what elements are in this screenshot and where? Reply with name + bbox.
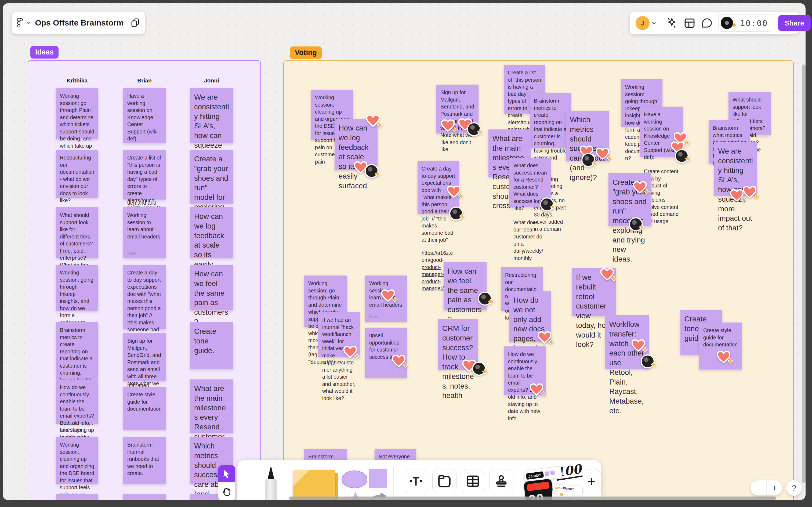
sticky-note[interactable]: How do we continuously enable the team t… <box>56 380 98 424</box>
sticky-note[interactable]: Not everyone reads <box>374 449 416 460</box>
sticky-note[interactable]: Create tone guide. <box>190 322 233 369</box>
sticky-note[interactable]: Working session to learn about email hea… <box>123 207 166 258</box>
sticky-note[interactable]: Workflow transfer: watch each other use … <box>605 315 649 369</box>
sticky-note[interactable]: CRM for customer success? How to track m… <box>438 319 478 370</box>
sticky-note[interactable]: Sign up for Mailgun, SendGrid, and Postm… <box>437 84 478 133</box>
ai-sparkle-icon[interactable] <box>665 17 678 29</box>
section-label-ideas[interactable]: Ideas <box>31 46 59 59</box>
sticky-note[interactable]: Brainstorm metrics to create reporting o… <box>530 93 571 148</box>
sticky-note[interactable]: Brainstorm internal runbooks that we nee… <box>123 437 166 484</box>
share-button[interactable]: Share <box>778 15 810 31</box>
sticky-note[interactable]: How can we feel the same pain as custome… <box>190 265 233 311</box>
sticky-note[interactable]: What does success mean for a Resend cust… <box>509 158 551 207</box>
music-record-icon: ✦ <box>721 15 737 31</box>
sticky-note[interactable]: How can we feel the same pain as custome… <box>444 262 486 310</box>
figma-logo-icon[interactable] <box>17 17 23 29</box>
widget-gallery[interactable]: 100 Jambot 30 Week Planner <box>524 464 571 500</box>
sticky-note[interactable]: Brainstorm internal <box>304 449 347 460</box>
sticky-note[interactable]: Restructuring our documentation - what d… <box>56 150 98 198</box>
avatar-sticker-icon: ✦ <box>581 153 596 167</box>
sticky-note[interactable]: What are the main milestones every Resen… <box>190 380 233 433</box>
sticky-note[interactable]: Working session: going through Inkeep in… <box>56 265 98 311</box>
sticky-note[interactable]: Create a day-to-day support expectations… <box>123 265 166 329</box>
horizontal-scrollbar[interactable] <box>289 497 776 500</box>
toolbar-divider <box>393 466 394 500</box>
bottom-toolbar: 100 Jambot 30 Week Planner + <box>237 460 601 500</box>
avatar-sticker-icon: ✦ <box>640 354 655 369</box>
sticky-note[interactable]: We are consistently hitting SLA's, how c… <box>190 88 233 143</box>
topbar-right: J ✦ 10:00 Share <box>630 12 799 35</box>
select-tool[interactable] <box>218 465 235 482</box>
sticky-note[interactable]: Sign up for Mailgun, SendGrid, and Postm… <box>123 333 166 381</box>
help-button[interactable]: ? <box>786 480 802 496</box>
vertical-scrollbar[interactable] <box>802 64 806 484</box>
heart-sticker-icon: ✦ <box>366 115 381 129</box>
sticky-note[interactable]: If we rebuilt retool customer view today… <box>572 268 616 316</box>
heart-sticker-icon: ✦ <box>538 331 553 346</box>
heart-sticker-icon: ✦ <box>441 119 456 134</box>
sticky-note[interactable]: Which metrics should success care about … <box>566 111 609 161</box>
chevron-down-icon[interactable] <box>652 21 656 25</box>
divider <box>127 15 127 30</box>
heart-sticker-icon: ✦ <box>392 355 407 370</box>
template-layout-icon[interactable] <box>683 17 696 29</box>
sticky-note[interactable]: How do we not only add new docs pages, b… <box>509 291 551 342</box>
comment-bubble-icon[interactable] <box>701 17 713 29</box>
sticky-note[interactable]: upsell opportunities for customer succes… <box>365 328 407 378</box>
hand-tool[interactable] <box>218 482 235 500</box>
note-author-label: Brian <box>369 314 378 319</box>
avatar[interactable]: J <box>636 16 649 30</box>
sticky-note[interactable]: Brainstorm what metrics do we want as ou… <box>123 494 166 500</box>
page-title[interactable]: Ops Offsite Brainstorm <box>35 18 123 27</box>
sticky-note[interactable]: Create a list of "this person is having … <box>123 150 166 200</box>
section-label-voting[interactable]: Voting <box>290 47 322 59</box>
table-tool[interactable] <box>461 469 485 493</box>
chevron-down-icon[interactable] <box>26 21 30 24</box>
sticky-note[interactable]: If we had an internal "hack week/launch … <box>318 312 360 357</box>
sticky-note[interactable]: How do we continuously enable the team t… <box>504 346 545 395</box>
heart-sticker-icon: ✦ <box>596 148 611 162</box>
heart-sticker-icon: ✦ <box>381 289 396 304</box>
note-author-label: Brian <box>127 251 136 256</box>
square-shape-icon <box>369 469 387 488</box>
sticky-note[interactable]: Have a working session on Knowledge Cent… <box>123 88 166 143</box>
avatar-sticker-icon: ✦ <box>628 217 643 231</box>
stamp-tool[interactable] <box>489 469 513 493</box>
avatar-sticker-icon: ✦ <box>364 164 379 178</box>
sticky-note[interactable]: We are consistently hitting SLA's, how c… <box>714 142 757 196</box>
duplicate-icon[interactable] <box>130 16 140 29</box>
shape-tool[interactable] <box>342 467 384 500</box>
marker-tool[interactable] <box>262 466 277 500</box>
sticky-note[interactable]: Working session: go through Plain and de… <box>56 88 98 139</box>
sticky-note[interactable]: What does success mean for a Resend cust… <box>56 494 98 500</box>
heart-sticker-icon: ✦ <box>632 339 647 354</box>
sticky-note[interactable]: Create a day-to-day support expectations… <box>417 161 459 214</box>
sticky-note[interactable]: How can we log feedback at scale so its … <box>190 207 233 258</box>
add-tool-button[interactable]: + <box>582 469 601 493</box>
sticky-note[interactable]: Brainstorm metrics to create reporting o… <box>56 322 98 379</box>
section-tool[interactable] <box>432 469 457 493</box>
sticky-note[interactable]: Working session: cleaning up and organiz… <box>56 437 98 484</box>
sticky-note[interactable]: Have a working session on Knowledge Cent… <box>640 107 683 157</box>
sticky-note[interactable]: How can we log feedback at scale so its … <box>335 119 378 170</box>
heart-sticker-icon: ✦ <box>600 268 616 283</box>
whiteboard-canvas[interactable]: Ideas Voting Krithika Brian Jonni Workin… <box>3 3 806 500</box>
sticky-note[interactable]: Create style guide for documentation✦ <box>699 323 742 370</box>
timer-widget[interactable]: ✦ 10:00 <box>718 14 772 32</box>
sticky-note[interactable]: What should support look like for differ… <box>56 207 98 258</box>
select-hand-tool-stack <box>218 465 235 500</box>
sticky-note[interactable]: Working session to learn about email hea… <box>365 276 407 322</box>
sticky-note-tool[interactable] <box>293 468 331 500</box>
board-background[interactable]: Ideas Voting Krithika Brian Jonni Workin… <box>3 3 806 500</box>
zoom-out-button[interactable]: − <box>751 481 767 496</box>
zoom-in-button[interactable]: + <box>767 481 782 496</box>
avatar-sticker-icon: ✦ <box>449 206 464 220</box>
heart-sticker-icon: ✦ <box>717 351 732 365</box>
sticky-note[interactable]: Create a "grab your shoes and run" model… <box>608 173 651 226</box>
text-tool[interactable] <box>404 469 428 493</box>
sticky-note[interactable]: Create style guide for documentation <box>123 387 166 430</box>
zoom-controls: − + <box>751 481 782 496</box>
column-header-krithika: Krithika <box>67 77 88 84</box>
sticky-note[interactable]: Create a "grab your shoes and run" model… <box>190 150 233 204</box>
avatar-sticker-icon: ✦ <box>471 361 486 376</box>
